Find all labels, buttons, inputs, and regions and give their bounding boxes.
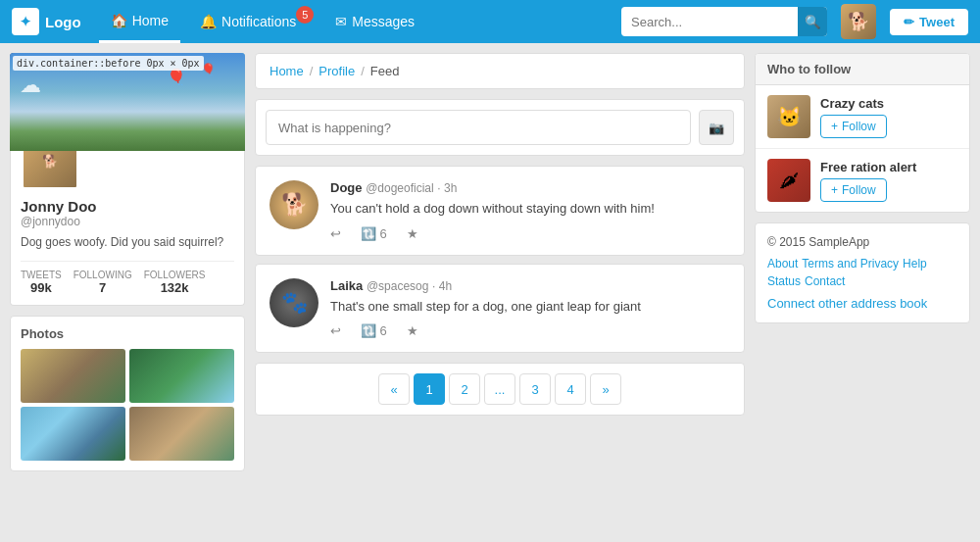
cloud-decoration: ☁ <box>20 73 41 98</box>
plus-icon-2: + <box>831 183 838 197</box>
photo-1[interactable] <box>21 349 125 403</box>
photo-3[interactable] <box>21 407 125 461</box>
wtf-avatar-freerationAlert[interactable]: 🌶 <box>767 159 810 202</box>
tweet-content-doge: Doge @dogeoficial · 3h You can't hold a … <box>330 180 730 241</box>
tweet-avatar-doge[interactable]: 🐕 <box>270 180 318 229</box>
page-prev[interactable]: « <box>378 373 410 405</box>
photo-4[interactable] <box>129 407 234 461</box>
wtf-info-freerationAlert: Free ration alert + Follow <box>820 160 957 202</box>
logo[interactable]: ✦ Logo <box>12 8 81 35</box>
footer-links: About Terms and Privacy Help Status Cont… <box>767 257 957 288</box>
plus-icon: + <box>831 120 838 133</box>
retweet-button-doge[interactable]: 🔃 6 <box>361 226 387 241</box>
reply-button-laika[interactable]: ↩ <box>330 323 341 338</box>
photos-title: Photos <box>21 326 234 341</box>
footer-link-terms[interactable]: Terms and Privacy <box>802 257 899 271</box>
wtf-info-crazycats: Crazy cats + Follow <box>820 96 957 138</box>
footer-card: © 2015 SampleApp About Terms and Privacy… <box>755 222 970 323</box>
nav-notifications[interactable]: 🔔 Notifications 5 <box>188 0 316 43</box>
photos-grid <box>21 349 234 461</box>
nav-home[interactable]: 🏠 Home <box>99 0 180 43</box>
notification-badge: 5 <box>296 6 314 24</box>
stat-tweets: TWEETS 99k <box>21 270 62 295</box>
debug-text: div.container::before 0px × 0px <box>13 56 204 71</box>
stat-followers: FOLLOWERS 132k <box>144 270 206 295</box>
tweet-name-doge: Doge <box>330 180 363 195</box>
breadcrumb-home[interactable]: Home <box>270 64 304 78</box>
footer-link-status[interactable]: Status <box>767 274 801 288</box>
search-input[interactable] <box>621 15 798 29</box>
tweet-text-laika: That's one small step for a dog, one gia… <box>330 297 730 317</box>
page-1[interactable]: 1 <box>414 373 445 405</box>
tweet-card-laika: 🐾 Laika @spacesog · 4h That's one small … <box>255 264 745 354</box>
connect-address-book-link[interactable]: Connect other address book <box>767 296 957 311</box>
logo-icon: ✦ <box>12 8 39 35</box>
stat-following: FOLLOWING 7 <box>74 270 132 295</box>
center-feed: Home / Profile / Feed 📷 🐕 Doge @dogeofic… <box>255 53 745 532</box>
bell-icon: 🔔 <box>200 14 217 29</box>
tweet-name-laika: Laika <box>330 278 363 293</box>
footer-link-contact[interactable]: Contact <box>805 274 845 288</box>
tweet-time-doge: · 3h <box>437 181 457 195</box>
tweet-actions-doge: ↩ 🔃 6 ★ <box>330 226 730 241</box>
wtf-name-freerationAlert: Free ration alert <box>820 160 957 174</box>
wtf-title: Who to follow <box>756 54 969 85</box>
nav-home-label: Home <box>132 13 169 28</box>
search-icon: 🔍 <box>805 15 821 29</box>
search-button[interactable]: 🔍 <box>798 7 827 36</box>
profile-stats: TWEETS 99k FOLLOWING 7 FOLLOWERS 132k <box>21 261 234 295</box>
nav-notifications-label: Notifications <box>221 14 296 29</box>
footer-copyright: © 2015 SampleApp <box>767 235 957 249</box>
search-bar: 🔍 <box>621 7 827 36</box>
profile-cover: 🎈 🎈 ☁ div.container::before 0px × 0px <box>10 53 245 151</box>
profile-handle: @jonnydoo <box>21 215 234 228</box>
tweet-card-doge: 🐕 Doge @dogeoficial · 3h You can't hold … <box>255 166 745 256</box>
profile-name: Jonny Doo <box>21 198 234 215</box>
breadcrumb-profile[interactable]: Profile <box>318 64 355 78</box>
retweet-button-laika[interactable]: 🔃 6 <box>361 323 387 338</box>
tweet-button-label: Tweet <box>919 15 955 29</box>
reply-button-doge[interactable]: ↩ <box>330 226 341 241</box>
profile-card: 🐕 Jonny Doo @jonnydoo Dog goes woofy. Di… <box>10 151 245 306</box>
home-icon: 🏠 <box>111 13 127 28</box>
follow-button-crazycats[interactable]: + Follow <box>820 115 887 138</box>
pagination: « 1 2 ... 3 4 » <box>255 363 745 416</box>
page-4[interactable]: 4 <box>555 373 586 405</box>
wtf-avatar-crazycats[interactable]: 🐱 <box>767 95 810 138</box>
profile-bio: Dog goes woofy. Did you said squirrel? <box>21 234 234 251</box>
who-to-follow: Who to follow 🐱 Crazy cats + Follow 🌶 <box>755 53 970 213</box>
user-avatar-nav[interactable]: 🐕 <box>841 4 876 39</box>
page-next[interactable]: » <box>590 373 621 405</box>
pencil-icon: ✏ <box>904 15 914 29</box>
footer-link-about[interactable]: About <box>767 257 798 271</box>
left-sidebar: 🎈 🎈 ☁ div.container::before 0px × 0px 🐕 … <box>10 53 245 532</box>
tweet-time-laika: · 4h <box>432 279 452 293</box>
compose-box: 📷 <box>255 99 745 156</box>
camera-button[interactable]: 📷 <box>699 110 734 145</box>
top-navigation: ✦ Logo 🏠 Home 🔔 Notifications 5 ✉ Messag… <box>0 0 980 43</box>
footer-link-help[interactable]: Help <box>903 257 927 271</box>
follow-label-freerationAlert: Follow <box>842 183 876 197</box>
follow-button-freerationAlert[interactable]: + Follow <box>820 178 887 202</box>
breadcrumb-feed: Feed <box>370 64 400 78</box>
envelope-icon: ✉ <box>335 14 347 29</box>
favorite-button-doge[interactable]: ★ <box>407 226 418 241</box>
right-sidebar: Who to follow 🐱 Crazy cats + Follow 🌶 <box>755 53 970 532</box>
tweet-header-doge: Doge @dogeoficial · 3h <box>330 180 730 195</box>
wtf-item-freerationAlert: 🌶 Free ration alert + Follow <box>756 149 969 212</box>
tweet-actions-laika: ↩ 🔃 6 ★ <box>330 323 730 338</box>
compose-input[interactable] <box>266 110 691 145</box>
page-3[interactable]: 3 <box>519 373 551 405</box>
main-layout: 🎈 🎈 ☁ div.container::before 0px × 0px 🐕 … <box>0 43 980 542</box>
nav-messages[interactable]: ✉ Messages <box>323 0 426 43</box>
photos-section: Photos <box>10 316 245 471</box>
follow-label-crazycats: Follow <box>842 120 876 133</box>
tweet-handle-doge: @dogeoficial <box>366 181 434 195</box>
wtf-name-crazycats: Crazy cats <box>820 96 957 111</box>
tweet-button[interactable]: ✏ Tweet <box>890 9 968 35</box>
page-2[interactable]: 2 <box>449 373 480 405</box>
page-ellipsis: ... <box>484 373 515 405</box>
tweet-avatar-laika[interactable]: 🐾 <box>270 278 318 327</box>
photo-2[interactable] <box>129 349 234 403</box>
favorite-button-laika[interactable]: ★ <box>407 323 418 338</box>
